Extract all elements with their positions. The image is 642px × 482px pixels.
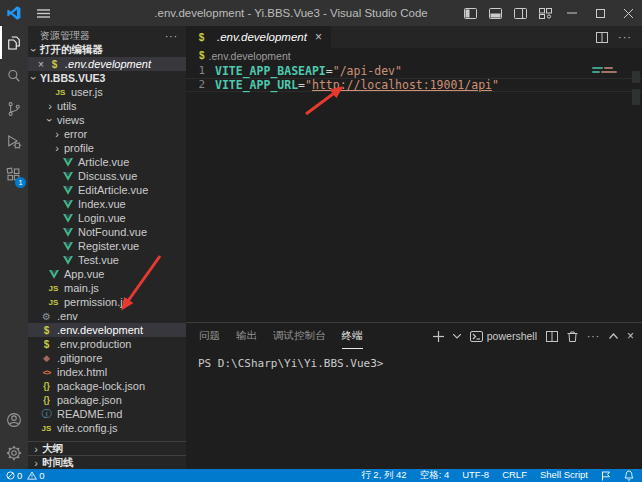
tree-item-package.json[interactable]: {}package.json bbox=[28, 393, 186, 407]
tree-item-label: Discuss.vue bbox=[78, 170, 137, 182]
panel-tab-输出[interactable]: 输出 bbox=[236, 323, 257, 349]
bell-icon[interactable] bbox=[624, 470, 634, 481]
status-cursor-position[interactable]: 行 2, 列 42 bbox=[361, 469, 406, 482]
env-icon: $ bbox=[199, 50, 205, 61]
panel-tab-问题[interactable]: 问题 bbox=[199, 323, 220, 349]
outline-section[interactable]: › 大纲 bbox=[28, 441, 186, 455]
kill-terminal-icon[interactable] bbox=[567, 330, 578, 342]
sidebar-item-explorer[interactable] bbox=[0, 26, 28, 59]
menu-icon[interactable] bbox=[28, 9, 58, 18]
status-bar: 0 0 行 2, 列 42空格: 4UTF-8CRLFShell Script bbox=[0, 469, 642, 482]
split-terminal-icon[interactable] bbox=[546, 331, 558, 342]
tree-item-README.md[interactable]: ⓘREADME.md bbox=[28, 407, 186, 421]
tree-item-.env.production[interactable]: $.env.production bbox=[28, 337, 186, 351]
tree-item-App.vue[interactable]: App.vue bbox=[28, 267, 186, 281]
new-terminal-icon[interactable] bbox=[433, 331, 444, 342]
sidebar-item-run-debug[interactable] bbox=[0, 125, 28, 158]
tree-item-label: views bbox=[57, 114, 85, 126]
tree-item-Article.vue[interactable]: Article.vue bbox=[28, 155, 186, 169]
tree-item-vite.config.js[interactable]: JSvite.config.js bbox=[28, 421, 186, 435]
status-language-mode[interactable]: Shell Script bbox=[540, 469, 588, 482]
tree-item-views[interactable]: ›views bbox=[28, 113, 186, 127]
feedback-icon[interactable] bbox=[601, 471, 611, 481]
vue-icon bbox=[61, 228, 74, 237]
account-icon bbox=[5, 411, 23, 429]
tree-item-error[interactable]: ›error bbox=[28, 127, 186, 141]
sidebar-item-source-control[interactable] bbox=[0, 92, 28, 125]
open-editor-item[interactable]: × $ .env.development bbox=[28, 57, 186, 71]
panel-more-icon[interactable]: ··· bbox=[587, 331, 600, 342]
tree-item-Index.vue[interactable]: Index.vue bbox=[28, 197, 186, 211]
status-encoding[interactable]: UTF-8 bbox=[462, 469, 489, 482]
tree-item-.gitignore[interactable]: ◆.gitignore bbox=[28, 351, 186, 365]
tree-item-NotFound.vue[interactable]: NotFound.vue bbox=[28, 225, 186, 239]
line-number: 1 bbox=[186, 64, 215, 78]
tree-item-permission.js[interactable]: JSpermission.js bbox=[28, 295, 186, 309]
search-icon bbox=[5, 67, 23, 85]
toggle-secondary-sidebar-icon[interactable] bbox=[508, 0, 533, 26]
account-button[interactable] bbox=[0, 403, 28, 436]
sidebar-item-search[interactable] bbox=[0, 59, 28, 92]
code-editor[interactable]: 1VITE_APP_BASEAPI="/api-dev"2VITE_APP_UR… bbox=[186, 63, 642, 322]
chevron-down-icon: › bbox=[29, 44, 39, 56]
editor-scrollbar[interactable] bbox=[630, 63, 642, 322]
js-icon: JS bbox=[54, 88, 67, 97]
js-icon: JS bbox=[40, 424, 53, 433]
explorer-actions-icon[interactable]: ··· bbox=[165, 31, 178, 42]
close-icon[interactable]: × bbox=[315, 30, 322, 44]
chevron-right-icon: › bbox=[51, 143, 63, 153]
tree-item-Login.vue[interactable]: Login.vue bbox=[28, 211, 186, 225]
breadcrumb[interactable]: $ .env.development bbox=[186, 48, 642, 63]
panel-tabs: 问题输出调试控制台终端 bbox=[199, 323, 379, 349]
settings-button[interactable] bbox=[0, 436, 28, 469]
panel-tab-调试控制台[interactable]: 调试控制台 bbox=[273, 323, 326, 349]
tree-item-.env.development[interactable]: $.env.development bbox=[28, 323, 186, 337]
tree-item-utils[interactable]: ›utils bbox=[28, 99, 186, 113]
json-icon: {} bbox=[40, 395, 53, 405]
tree-item-EditArticle.vue[interactable]: EditArticle.vue bbox=[28, 183, 186, 197]
sidebar-item-extensions[interactable]: 1 bbox=[0, 158, 28, 191]
open-editors-section[interactable]: › 打开的编辑器 bbox=[28, 43, 186, 57]
tree-item-package-lock.json[interactable]: {}package-lock.json bbox=[28, 379, 186, 393]
split-editor-icon[interactable] bbox=[596, 32, 608, 43]
vue-icon bbox=[61, 242, 74, 251]
tree-item-.env[interactable]: ⚙.env bbox=[28, 309, 186, 323]
maximize-button[interactable] bbox=[586, 0, 614, 26]
project-root-section[interactable]: › YI.BBS.VUE3 bbox=[28, 71, 186, 85]
debug-icon bbox=[5, 133, 23, 151]
code-line-2[interactable]: 2VITE_APP_URL="http://localhost:19001/ap… bbox=[186, 78, 642, 92]
maximize-panel-icon[interactable] bbox=[609, 333, 618, 339]
terminal-dropdown-icon[interactable] bbox=[453, 334, 461, 339]
timeline-section[interactable]: › 时间线 bbox=[28, 455, 186, 469]
terminal-shell-selector[interactable]: powershell bbox=[470, 330, 537, 342]
powershell-icon bbox=[470, 331, 483, 342]
panel-tab-终端[interactable]: 终端 bbox=[342, 323, 363, 349]
close-panel-icon[interactable]: × bbox=[627, 329, 634, 343]
status-indentation[interactable]: 空格: 4 bbox=[420, 469, 450, 482]
tree-item-label: Login.vue bbox=[78, 212, 126, 224]
toggle-panel-icon[interactable] bbox=[483, 0, 508, 26]
close-icon[interactable]: × bbox=[34, 59, 48, 70]
close-button[interactable] bbox=[614, 0, 642, 26]
minimize-button[interactable] bbox=[558, 0, 586, 26]
tab-env-development[interactable]: $ .env.development × bbox=[186, 26, 331, 48]
minimap[interactable] bbox=[592, 67, 626, 75]
more-actions-icon[interactable]: ··· bbox=[618, 31, 632, 43]
window-title: .env.development - Yi.BBS.Vue3 - Visual … bbox=[100, 7, 482, 19]
tree-item-main.js[interactable]: JSmain.js bbox=[28, 281, 186, 295]
problems-status[interactable]: 0 0 bbox=[6, 470, 45, 481]
json-icon: {} bbox=[40, 381, 53, 391]
tree-item-Discuss.vue[interactable]: Discuss.vue bbox=[28, 169, 186, 183]
code-line-1[interactable]: 1VITE_APP_BASEAPI="/api-dev" bbox=[186, 64, 642, 78]
tree-item-user.js[interactable]: JSuser.js bbox=[28, 85, 186, 99]
vue-icon bbox=[61, 200, 74, 209]
tree-item-profile[interactable]: ›profile bbox=[28, 141, 186, 155]
tree-item-Register.vue[interactable]: Register.vue bbox=[28, 239, 186, 253]
tree-item-index.html[interactable]: <>index.html bbox=[28, 365, 186, 379]
customize-layout-icon[interactable] bbox=[533, 0, 558, 26]
terminal-output[interactable]: PS D:\CSharp\Yi\Yi.BBS.Vue3> bbox=[186, 349, 642, 370]
status-eol[interactable]: CRLF bbox=[502, 469, 527, 482]
vscode-logo-icon bbox=[0, 6, 28, 20]
tree-item-Test.vue[interactable]: Test.vue bbox=[28, 253, 186, 267]
env-icon: $ bbox=[40, 339, 53, 350]
